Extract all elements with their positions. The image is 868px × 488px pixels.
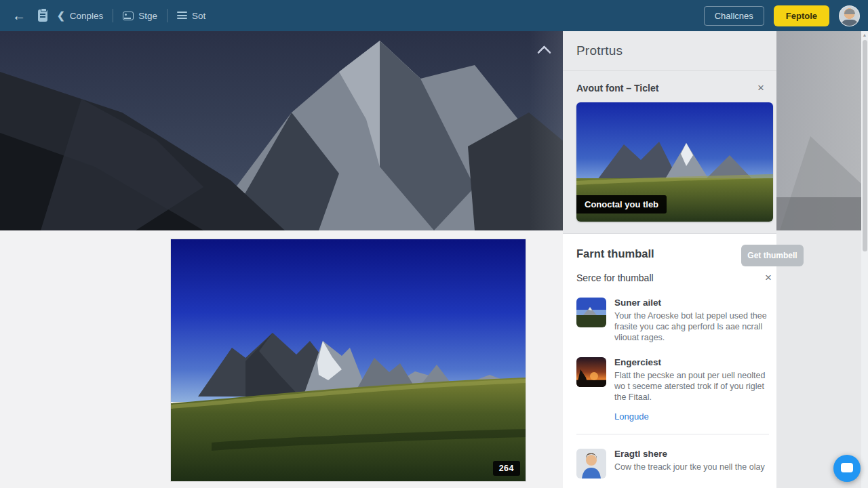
about-font-card: Avout font – Ticlet × — [563, 71, 776, 234]
toolbar-item-label: Stge — [138, 11, 157, 21]
list-item[interactable]: Eragtl shere Cow the treack jour tke you… — [576, 449, 774, 479]
top-toolbar: ← ❮ Conples Stge Sot Challcnes Feptole — [0, 0, 868, 31]
toolbar-item-label: Sot — [192, 11, 205, 21]
longude-link[interactable]: Longude — [614, 411, 649, 422]
clipboard-icon[interactable] — [38, 9, 47, 22]
thumbnail-section: Farnt thumball Serce for thumball × — [563, 234, 776, 488]
item-description: Your the Aroeske bot lat pepel used thee… — [614, 310, 774, 343]
thumb-section-heading: Farnt thumball — [576, 247, 766, 260]
toolbar-item-label: Conples — [70, 11, 104, 21]
sunset-thumb-icon — [576, 357, 606, 387]
toolbar-separator — [167, 9, 167, 22]
landscape-thumb-icon — [576, 298, 606, 327]
card-image-label: Conoctal you tleb — [576, 195, 667, 214]
right-strip — [776, 230, 861, 488]
feptole-button[interactable]: Feptole — [774, 5, 829, 26]
chat-bubble-button[interactable] — [833, 455, 861, 482]
image-icon — [123, 12, 134, 20]
back-button[interactable]: ← — [9, 8, 28, 24]
toolbar-item-sot[interactable]: Sot — [177, 11, 205, 21]
card-title: Avout font – Ticlet — [576, 83, 658, 94]
list-item[interactable]: Engerciest Flatt the pecske an pout per … — [576, 357, 774, 422]
item-title: Engerciest — [614, 357, 774, 367]
collapse-chevron-up-icon[interactable] — [537, 45, 553, 57]
user-avatar[interactable] — [839, 5, 860, 26]
get-thumbnail-button[interactable]: Get thumbell — [741, 245, 804, 266]
item-title: Eragtl shere — [614, 449, 774, 459]
close-icon[interactable]: × — [756, 82, 766, 94]
toolbar-item-conples[interactable]: ❮ Conples — [57, 10, 103, 21]
list-divider — [576, 434, 769, 434]
list-icon — [177, 12, 187, 20]
person-thumb-icon — [576, 449, 606, 479]
angle-bracket-icon: ❮ — [57, 10, 65, 21]
toolbar-separator — [113, 9, 113, 22]
close-icon[interactable]: × — [764, 272, 773, 283]
main-photo[interactable]: 264 — [171, 239, 526, 481]
card-thumbnail[interactable]: Conoctal you tleb — [576, 102, 773, 222]
toolbar-item-stge[interactable]: Stge — [123, 11, 157, 21]
scrollbar-up-arrow-icon[interactable]: ▲ — [862, 33, 867, 37]
list-item[interactable]: Suner ailet Your the Aroeske bot lat pep… — [576, 298, 774, 343]
item-title: Suner ailet — [614, 298, 774, 308]
scrollbar-thumb[interactable] — [863, 40, 867, 251]
app-window: ← ❮ Conples Stge Sot Challcnes Feptole — [0, 0, 868, 488]
page-scrollbar[interactable]: ▲ — [861, 31, 868, 488]
item-description: Flatt the pecske an pout per uell neolte… — [614, 370, 774, 403]
challenges-button[interactable]: Challcnes — [704, 6, 764, 26]
panel-title: Protrtus — [563, 31, 776, 71]
photo-count-badge: 264 — [493, 461, 520, 476]
item-description: Cow the treack jour tke you nell the ola… — [614, 462, 774, 472]
thumb-subheading: Serce for thumball — [576, 272, 654, 283]
